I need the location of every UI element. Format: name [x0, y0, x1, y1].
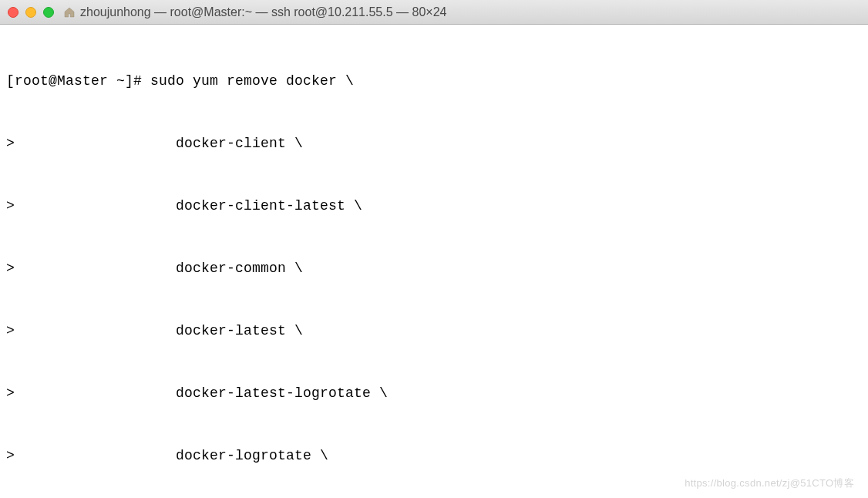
terminal-line: > docker-latest \ — [6, 321, 862, 342]
terminal-line: > docker-common \ — [6, 258, 862, 279]
watermark: https://blog.csdn.net/zj@51CTO博客 — [685, 476, 854, 490]
home-icon — [63, 6, 76, 19]
window-titlebar: zhoujunhong — root@Master:~ — ssh root@1… — [0, 0, 868, 25]
terminal-area[interactable]: [root@Master ~]# sudo yum remove docker … — [0, 25, 868, 498]
terminal-line: > docker-client \ — [6, 133, 862, 154]
window-title: zhoujunhong — root@Master:~ — ssh root@1… — [80, 5, 446, 19]
close-button[interactable] — [8, 7, 19, 18]
minimize-button[interactable] — [25, 7, 36, 18]
traffic-lights — [8, 7, 54, 18]
terminal-line: > docker-latest-logrotate \ — [6, 383, 862, 404]
terminal-line: > docker-client-latest \ — [6, 196, 862, 217]
maximize-button[interactable] — [43, 7, 54, 18]
terminal-line: > docker-logrotate \ — [6, 446, 862, 466]
terminal-line: [root@Master ~]# sudo yum remove docker … — [6, 71, 862, 92]
